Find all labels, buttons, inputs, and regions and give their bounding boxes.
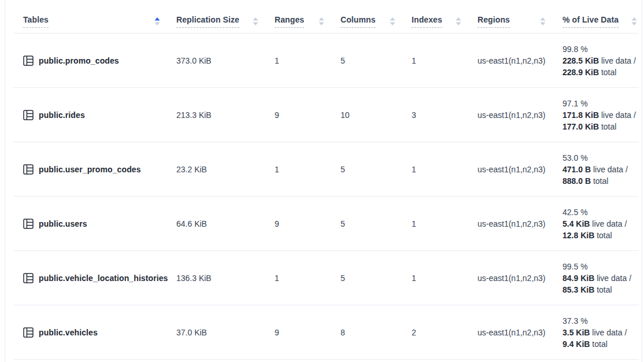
columns-cell: 10	[340, 110, 412, 120]
live-label: live data /	[594, 274, 631, 283]
indexes-cell: 2	[412, 328, 478, 337]
sort-arrows-icon[interactable]	[456, 17, 461, 26]
live-bytes: 471.0 B	[562, 165, 591, 174]
total-label: total	[591, 176, 608, 186]
live-bytes: 228.5 KiB	[562, 56, 599, 65]
right-page-rule	[642, 0, 642, 362]
total-bytes: 85.3 KiB	[562, 285, 594, 294]
column-header-tables[interactable]: Tables	[13, 15, 176, 33]
live-percent: 42.5 %	[562, 206, 639, 218]
sort-arrows-icon[interactable]	[540, 17, 546, 26]
column-header-ranges[interactable]: Ranges	[275, 15, 340, 33]
total-label: total	[590, 339, 607, 349]
column-header-label[interactable]: Indexes	[412, 15, 442, 28]
table-row: public.user_promo_codes 23.2 KiB 1 5 1 u…	[13, 142, 639, 197]
live-bytes: 171.8 KiB	[562, 110, 599, 120]
table-name-link[interactable]: public.vehicles	[39, 328, 98, 337]
total-bytes-line: 9.4 KiB total	[562, 338, 639, 350]
column-header-label[interactable]: % of Live Data	[562, 15, 619, 28]
table-row: public.vehicle_location_histories 136.3 …	[13, 251, 639, 305]
total-label: total	[599, 68, 616, 77]
sort-arrows-icon[interactable]	[253, 17, 258, 26]
column-header-replication-size[interactable]: Replication Size	[176, 15, 275, 33]
sort-arrows-icon[interactable]	[390, 17, 395, 26]
live-label: live data /	[590, 219, 627, 228]
column-header-label[interactable]: Replication Size	[176, 15, 239, 28]
column-header-indexes[interactable]: Indexes	[412, 15, 478, 33]
replication-size-cell: 23.2 KiB	[176, 165, 275, 174]
table-name-link[interactable]: public.users	[39, 219, 87, 228]
ranges-cell: 9	[275, 110, 340, 120]
regions-cell: us-east1(n1,n2,n3)	[478, 165, 547, 174]
total-label: total	[594, 285, 612, 294]
column-header-label[interactable]: Tables	[23, 15, 49, 28]
ranges-cell: 1	[275, 56, 340, 65]
live-data-cell: 99.8 % 228.5 KiB live data / 228.9 KiB t…	[547, 43, 639, 78]
columns-cell: 5	[340, 219, 412, 228]
indexes-cell: 1	[412, 274, 478, 283]
regions-cell: us-east1(n1,n2,n3)	[478, 110, 547, 120]
live-label: live data /	[591, 165, 628, 174]
table-name-link[interactable]: public.user_promo_codes	[39, 165, 141, 174]
table-grid-icon	[23, 219, 34, 229]
total-label: total	[594, 231, 612, 240]
column-header-columns[interactable]: Columns	[340, 15, 412, 33]
live-data-cell: 97.1 % 171.8 KiB live data / 177.0 KiB t…	[547, 98, 639, 132]
columns-cell: 8	[340, 328, 412, 337]
table-grid-icon	[23, 273, 34, 283]
live-label: live data /	[599, 110, 636, 120]
table-name-link[interactable]: public.promo_codes	[39, 56, 119, 65]
replication-size-cell: 213.3 KiB	[176, 110, 275, 120]
indexes-cell: 1	[412, 219, 478, 228]
replication-size-cell: 136.3 KiB	[176, 274, 275, 283]
total-bytes: 228.9 KiB	[562, 68, 599, 77]
total-bytes: 12.8 KiB	[562, 231, 594, 240]
total-bytes-line: 12.8 KiB total	[562, 230, 639, 241]
regions-cell: us-east1(n1,n2,n3)	[478, 274, 547, 283]
live-percent: 97.1 %	[562, 98, 639, 109]
column-header-regions[interactable]: Regions	[478, 15, 547, 33]
column-header-label[interactable]: Regions	[478, 15, 510, 28]
column-header-label[interactable]: Ranges	[275, 15, 304, 28]
indexes-cell: 1	[412, 56, 478, 65]
column-header--of-live-data[interactable]: % of Live Data	[547, 15, 639, 33]
table-name-link[interactable]: public.rides	[39, 110, 85, 120]
live-data-cell: 42.5 % 5.4 KiB live data / 12.8 KiB tota…	[547, 206, 639, 241]
table-name-cell: public.promo_codes	[13, 56, 176, 66]
sort-arrows-icon[interactable]	[154, 17, 160, 26]
left-page-rule	[5, 0, 5, 362]
live-data-cell: 99.5 % 84.9 KiB live data / 85.3 KiB tot…	[547, 261, 639, 295]
table-body: public.promo_codes 373.0 KiB 1 5 1 us-ea…	[13, 34, 639, 360]
indexes-cell: 3	[412, 110, 478, 120]
regions-cell: us-east1(n1,n2,n3)	[478, 328, 547, 337]
sort-arrows-icon[interactable]	[631, 17, 637, 26]
indexes-cell: 1	[412, 165, 478, 174]
live-bytes-line: 171.8 KiB live data /	[562, 109, 639, 121]
table-name-link[interactable]: public.vehicle_location_histories	[39, 274, 168, 283]
total-bytes-line: 888.0 B total	[562, 175, 639, 187]
live-bytes: 3.5 KiB	[562, 328, 590, 337]
live-data-cell: 37.3 % 3.5 KiB live data / 9.4 KiB total	[547, 315, 639, 350]
replication-size-cell: 64.6 KiB	[176, 219, 275, 228]
table-row: public.vehicles 37.0 KiB 9 8 2 us-east1(…	[13, 305, 639, 360]
live-bytes-line: 471.0 B live data /	[562, 164, 639, 175]
database-tables-table: Tables Replication Size Ranges	[13, 0, 639, 360]
ranges-cell: 1	[275, 165, 340, 174]
live-bytes-line: 3.5 KiB live data /	[562, 327, 639, 338]
total-bytes-line: 177.0 KiB total	[562, 121, 639, 132]
table-name-cell: public.user_promo_codes	[13, 164, 176, 175]
table-name-cell: public.vehicle_location_histories	[13, 273, 176, 283]
table-header-row: Tables Replication Size Ranges	[13, 0, 639, 34]
live-label: live data /	[590, 328, 627, 337]
live-percent: 53.0 %	[562, 152, 639, 164]
replication-size-cell: 37.0 KiB	[176, 328, 275, 337]
live-percent: 37.3 %	[562, 315, 639, 327]
total-bytes-line: 85.3 KiB total	[562, 284, 639, 295]
column-header-label[interactable]: Columns	[340, 15, 376, 28]
live-data-cell: 53.0 % 471.0 B live data / 888.0 B total	[547, 152, 639, 187]
ranges-cell: 9	[275, 219, 340, 228]
sort-arrows-icon[interactable]	[319, 17, 324, 26]
total-bytes: 9.4 KiB	[562, 339, 590, 349]
table-grid-icon	[23, 327, 34, 338]
total-bytes: 177.0 KiB	[562, 122, 599, 131]
